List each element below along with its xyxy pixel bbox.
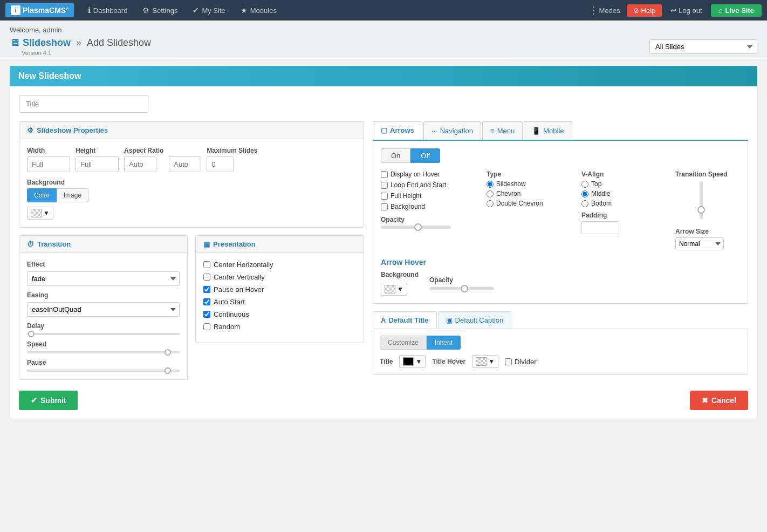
- slideshow-properties-label: Slideshow Properties: [37, 126, 108, 134]
- bottom-actions: ✔ Submit ✖ Cancel: [19, 391, 748, 410]
- hover-opacity-slider[interactable]: [429, 287, 494, 290]
- arrow-hover-bg-picker[interactable]: ▼: [381, 283, 407, 296]
- nav-mysite[interactable]: ✔ My Site: [186, 4, 231, 17]
- pause-hover-checkbox[interactable]: [203, 286, 210, 293]
- opacity-slider[interactable]: [381, 226, 451, 229]
- title-input[interactable]: [19, 95, 148, 113]
- loop-end-checkbox[interactable]: [381, 182, 388, 189]
- type-double-chevron-label[interactable]: Double Chevron: [496, 200, 543, 207]
- submit-button[interactable]: ✔ Submit: [19, 391, 78, 410]
- delay-slider[interactable]: [27, 333, 180, 335]
- va-top-radio[interactable]: [581, 181, 588, 188]
- easing-select[interactable]: easeInOutQuad linear easeInOut easeOut: [27, 302, 180, 317]
- padding-input[interactable]: [581, 221, 619, 234]
- type-chevron-radio[interactable]: [487, 190, 494, 197]
- effect-select[interactable]: fade slide zoom none: [27, 271, 180, 286]
- hover-bg-swatch: [385, 285, 395, 294]
- transition-speed-label: Transition Speed: [675, 170, 728, 178]
- va-bottom-label[interactable]: Bottom: [591, 200, 612, 207]
- display-hover-checkbox[interactable]: [381, 171, 388, 178]
- center-h-checkbox[interactable]: [203, 261, 210, 268]
- auto-start-checkbox[interactable]: [203, 298, 210, 305]
- tab-menu[interactable]: ≡ Menu: [482, 121, 523, 140]
- nav-dashboard-label: Dashboard: [93, 6, 128, 15]
- bg-image-button[interactable]: Image: [57, 188, 88, 202]
- type-slideshow-label[interactable]: Slideshow: [496, 180, 526, 188]
- continuous-checkbox[interactable]: [203, 311, 210, 318]
- help-button[interactable]: ⊘ Help: [627, 4, 662, 17]
- arrow-hover-bg-label: Background: [381, 271, 419, 278]
- va-middle-label[interactable]: Middle: [591, 190, 610, 197]
- pause-label: Pause: [27, 359, 180, 366]
- bg-color-button[interactable]: Color: [27, 188, 57, 202]
- tab-default-caption[interactable]: ▣ Default Caption: [438, 311, 512, 329]
- continuous-label[interactable]: Continuous: [214, 310, 249, 318]
- nav-modules[interactable]: ★ Modules: [234, 4, 283, 17]
- display-hover-label[interactable]: Display on Hover: [391, 170, 440, 178]
- arrows-tab-panel: On Off Display on Hover: [373, 141, 748, 304]
- va-middle-radio[interactable]: [581, 190, 588, 197]
- nav-settings-label: Settings: [152, 6, 177, 15]
- version-text: Version 4.1: [22, 50, 151, 56]
- transition-speed-slider[interactable]: [700, 181, 703, 219]
- navigation-icon: ···: [432, 127, 437, 135]
- max-slides-input[interactable]: [207, 156, 234, 172]
- all-slides-dropdown[interactable]: All Slides: [649, 39, 757, 54]
- modes-button[interactable]: ⋮ Modes: [584, 2, 625, 18]
- tab-default-title[interactable]: A Default Title: [373, 311, 437, 329]
- background-checkbox[interactable]: [381, 203, 388, 210]
- color-swatch: [31, 209, 42, 217]
- tab-mobile[interactable]: 📱 Mobile: [524, 121, 572, 140]
- background-label: Background: [27, 179, 356, 186]
- full-height-label[interactable]: Full Height: [391, 192, 421, 200]
- auto-start-label[interactable]: Auto Start: [214, 298, 245, 306]
- aspect-ratio2-input[interactable]: [169, 156, 201, 172]
- pause-slider[interactable]: [27, 370, 180, 372]
- type-double-chevron-radio[interactable]: [487, 200, 494, 207]
- off-button[interactable]: Off: [410, 148, 440, 163]
- on-button[interactable]: On: [381, 148, 410, 163]
- welcome-text: Welcome, admin: [10, 26, 757, 34]
- arrow-hover-opacity-label: Opacity: [429, 276, 494, 284]
- default-tabs-row: A Default Title ▣ Default Caption: [373, 311, 748, 329]
- brand-logo[interactable]: i PlasmaCMS²: [5, 3, 74, 17]
- divider-checkbox[interactable]: [505, 358, 512, 365]
- inherit-button[interactable]: Inherit: [427, 336, 461, 350]
- speed-slider[interactable]: [27, 351, 180, 353]
- default-caption-label: Default Caption: [455, 316, 504, 324]
- aspect-ratio-input[interactable]: [124, 156, 156, 172]
- livesite-label: Live Site: [725, 6, 754, 15]
- center-v-label[interactable]: Center Vertically: [214, 273, 265, 281]
- title-hover-color-picker[interactable]: ▼: [472, 355, 498, 368]
- cancel-button[interactable]: ✖ Cancel: [690, 391, 748, 410]
- customize-button[interactable]: Customize: [380, 336, 427, 350]
- loop-end-label[interactable]: Loop End and Start: [391, 181, 446, 189]
- section-link[interactable]: Slideshow: [23, 37, 71, 49]
- background-label[interactable]: Background: [391, 203, 425, 210]
- random-label[interactable]: Random: [214, 323, 240, 331]
- va-top-label[interactable]: Top: [591, 180, 601, 188]
- breadcrumb-separator: »: [76, 37, 81, 49]
- random-checkbox[interactable]: [203, 323, 210, 330]
- nav-settings[interactable]: ⚙ Settings: [136, 4, 184, 17]
- pause-hover-item: Pause on Hover: [203, 285, 356, 294]
- presentation-section: ▦ Presentation Center Horizontally Cente…: [195, 235, 364, 380]
- width-input[interactable]: [27, 156, 70, 172]
- center-v-checkbox[interactable]: [203, 274, 210, 281]
- full-height-checkbox[interactable]: [381, 193, 388, 200]
- height-input[interactable]: [76, 156, 119, 172]
- type-chevron-label[interactable]: Chevron: [496, 190, 521, 197]
- title-color-picker[interactable]: ▼: [399, 355, 426, 368]
- background-color-picker[interactable]: ▼: [27, 207, 53, 220]
- pause-hover-label[interactable]: Pause on Hover: [214, 285, 264, 294]
- arrow-size-select[interactable]: Normal Small Large: [675, 237, 724, 250]
- divider-label[interactable]: Divider: [515, 358, 536, 366]
- center-h-label[interactable]: Center Horizontally: [214, 261, 273, 269]
- tab-arrows[interactable]: ▢ Arrows: [373, 121, 422, 140]
- nav-dashboard[interactable]: ℹ Dashboard: [81, 4, 134, 17]
- va-bottom-radio[interactable]: [581, 200, 588, 207]
- tab-navigation[interactable]: ··· Navigation: [423, 121, 481, 140]
- livesite-button[interactable]: ⌂ Live Site: [711, 4, 762, 17]
- type-slideshow-radio[interactable]: [487, 181, 494, 188]
- logout-button[interactable]: ↩ Log out: [664, 4, 708, 17]
